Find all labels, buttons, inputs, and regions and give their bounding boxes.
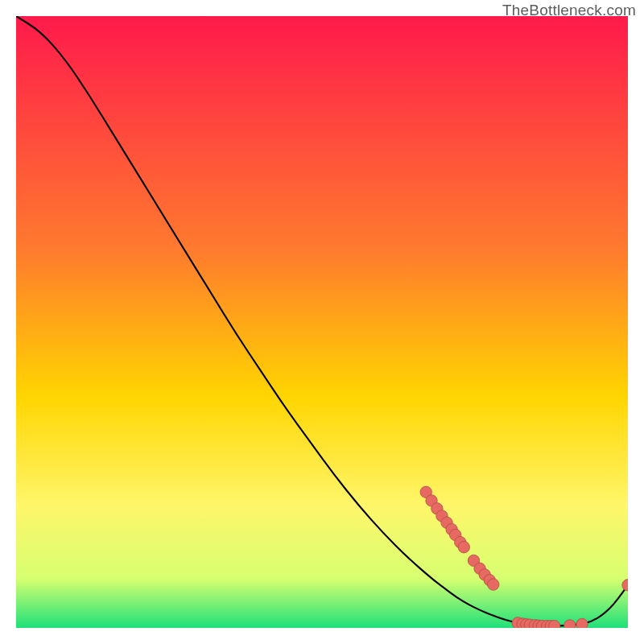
gradient-background: [16, 16, 628, 628]
chart-stage: TheBottleneck.com: [0, 0, 644, 644]
highlight-dot: [458, 541, 469, 552]
highlight-dot: [576, 618, 588, 628]
highlight-dot: [564, 620, 576, 628]
highlight-dot: [488, 579, 499, 590]
bottleneck-chart: [16, 16, 628, 628]
